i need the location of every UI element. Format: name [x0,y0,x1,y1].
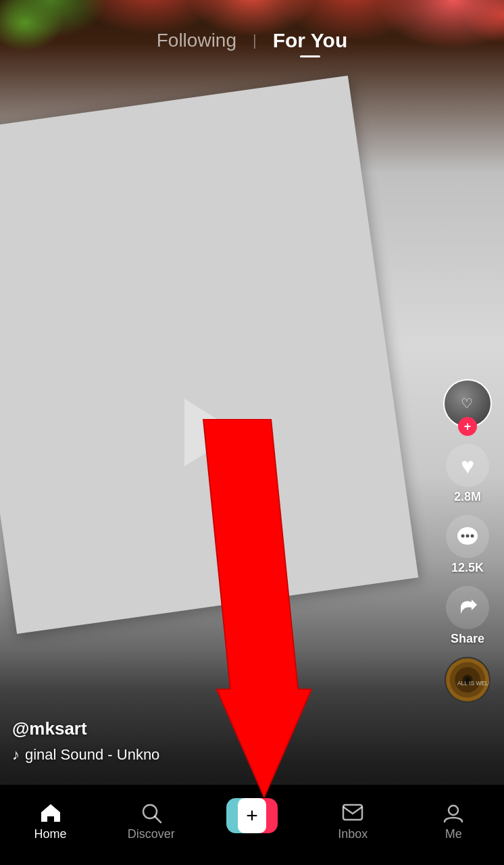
svg-point-14 [449,806,458,815]
svg-point-3 [471,535,474,538]
profile-icon [442,801,465,824]
music-disc[interactable]: ALL IS WELL [445,657,490,703]
svg-text:ALL IS WELL: ALL IS WELL [457,680,489,687]
right-action-panel: ♡ + ♥ 2.8M 12.5K Shar [443,379,492,703]
comment-icon [455,524,480,549]
heart-icon: ♥ [461,453,474,479]
for-you-tab[interactable]: For You [259,22,361,59]
nav-home[interactable]: Home [17,801,84,841]
svg-point-2 [466,535,470,538]
discover-icon [140,801,163,824]
nav-discover-label: Discover [128,827,175,841]
nav-inbox[interactable]: Inbox [319,801,386,841]
like-icon-circle: ♥ [446,444,489,487]
top-navigation: Following | For You [0,0,504,68]
inbox-icon [341,801,364,824]
nav-create[interactable]: + [218,798,286,833]
svg-marker-10 [203,419,311,797]
create-plus-icon: + [246,806,258,826]
nav-home-label: Home [34,827,67,841]
nav-me-label: Me [445,827,462,841]
create-button-inner: + [226,798,278,833]
music-title: ginal Sound - Unkno [25,746,159,764]
nav-inbox-label: Inbox [338,827,368,841]
share-button[interactable]: Share [446,586,489,646]
home-icon [39,801,62,824]
nav-discover[interactable]: Discover [118,801,185,841]
svg-point-1 [461,535,465,538]
disc-image: ALL IS WELL [446,658,489,701]
create-white-center: + [238,798,266,833]
like-button[interactable]: ♥ 2.8M [446,444,489,504]
disc-svg: ALL IS WELL [446,657,489,703]
comment-icon-circle [446,515,489,558]
nav-me[interactable]: Me [420,801,487,841]
share-icon [455,595,480,620]
annotation-arrow [163,419,311,797]
nav-divider: | [253,32,257,49]
comment-count: 12.5K [451,561,484,575]
share-icon-circle [446,586,489,629]
svg-rect-13 [343,805,362,820]
svg-line-12 [155,816,161,822]
creator-avatar-container[interactable]: ♡ + [443,379,492,428]
comment-button[interactable]: 12.5K [446,515,489,575]
share-label: Share [451,632,484,646]
music-note-icon: ♪ [12,746,20,764]
following-tab[interactable]: Following [143,23,250,58]
like-count: 2.8M [454,490,481,504]
follow-plus-button[interactable]: + [458,417,477,436]
avatar-decoration: ♡ [461,395,474,412]
